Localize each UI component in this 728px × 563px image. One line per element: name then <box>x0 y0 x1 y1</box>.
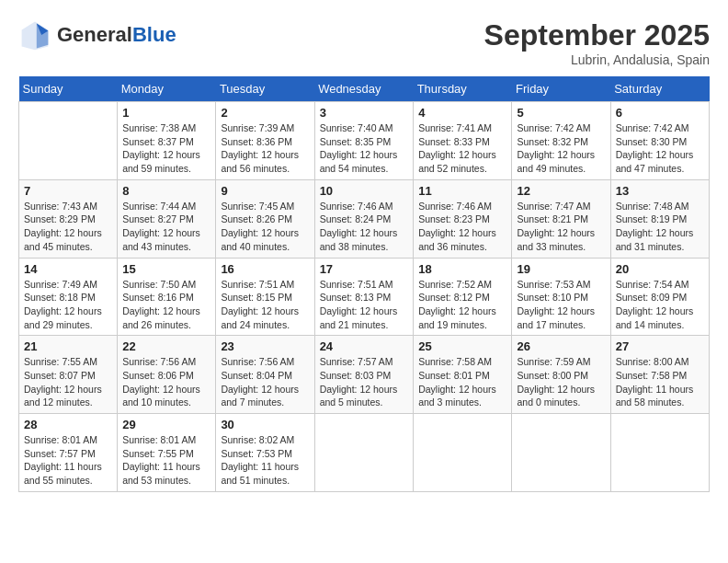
day-info: Sunrise: 7:45 AM Sunset: 8:26 PM Dayligh… <box>221 200 309 254</box>
day-info: Sunrise: 7:49 AM Sunset: 8:18 PM Dayligh… <box>24 278 112 332</box>
day-info: Sunrise: 7:39 AM Sunset: 8:36 PM Dayligh… <box>221 121 309 176</box>
day-info: Sunrise: 7:41 AM Sunset: 8:33 PM Dayligh… <box>418 121 506 176</box>
calendar-cell: 14Sunrise: 7:49 AM Sunset: 8:18 PM Dayli… <box>19 258 118 336</box>
day-header-thursday: Thursday <box>414 76 512 102</box>
calendar-cell: 25Sunrise: 7:58 AM Sunset: 8:01 PM Dayli… <box>414 336 512 414</box>
calendar-cell: 6Sunrise: 7:42 AM Sunset: 8:30 PM Daylig… <box>610 102 709 180</box>
day-header-wednesday: Wednesday <box>314 76 414 102</box>
calendar-header-row: SundayMondayTuesdayWednesdayThursdayFrid… <box>19 76 710 102</box>
day-info: Sunrise: 7:42 AM Sunset: 8:32 PM Dayligh… <box>517 121 605 176</box>
day-number: 20 <box>616 262 704 276</box>
calendar-week-row: 7Sunrise: 7:43 AM Sunset: 8:29 PM Daylig… <box>19 179 710 258</box>
day-number: 28 <box>24 418 112 431</box>
day-number: 9 <box>221 184 309 198</box>
day-number: 2 <box>221 106 309 120</box>
day-info: Sunrise: 8:02 AM Sunset: 7:53 PM Dayligh… <box>221 433 309 488</box>
calendar-cell: 2Sunrise: 7:39 AM Sunset: 8:36 PM Daylig… <box>216 102 314 180</box>
day-header-tuesday: Tuesday <box>216 76 314 102</box>
day-info: Sunrise: 7:56 AM Sunset: 8:04 PM Dayligh… <box>221 355 309 409</box>
calendar-cell: 29Sunrise: 8:01 AM Sunset: 7:55 PM Dayli… <box>118 414 216 492</box>
day-info: Sunrise: 7:44 AM Sunset: 8:27 PM Dayligh… <box>122 200 210 254</box>
day-number: 25 <box>418 339 506 353</box>
day-info: Sunrise: 7:54 AM Sunset: 8:09 PM Dayligh… <box>616 278 704 332</box>
calendar-cell: 21Sunrise: 7:55 AM Sunset: 8:07 PM Dayli… <box>19 336 118 414</box>
day-info: Sunrise: 7:59 AM Sunset: 8:00 PM Dayligh… <box>517 355 605 409</box>
month-year: September 2025 <box>484 18 710 52</box>
day-info: Sunrise: 7:58 AM Sunset: 8:01 PM Dayligh… <box>418 355 506 409</box>
calendar-cell: 19Sunrise: 7:53 AM Sunset: 8:10 PM Dayli… <box>512 258 610 336</box>
day-number: 7 <box>24 184 112 198</box>
day-number: 26 <box>517 339 605 353</box>
day-info: Sunrise: 8:01 AM Sunset: 7:57 PM Dayligh… <box>24 433 112 488</box>
day-info: Sunrise: 7:46 AM Sunset: 8:23 PM Dayligh… <box>418 200 506 254</box>
day-number: 4 <box>418 106 506 120</box>
calendar-cell: 13Sunrise: 7:48 AM Sunset: 8:19 PM Dayli… <box>610 179 709 258</box>
day-info: Sunrise: 7:52 AM Sunset: 8:12 PM Dayligh… <box>418 278 506 332</box>
calendar-cell <box>19 102 118 180</box>
calendar-cell: 23Sunrise: 7:56 AM Sunset: 8:04 PM Dayli… <box>216 336 314 414</box>
day-info: Sunrise: 7:50 AM Sunset: 8:16 PM Dayligh… <box>122 278 210 332</box>
logo-icon <box>18 18 51 52</box>
calendar-cell: 3Sunrise: 7:40 AM Sunset: 8:35 PM Daylig… <box>314 102 414 180</box>
calendar-cell: 17Sunrise: 7:51 AM Sunset: 8:13 PM Dayli… <box>314 258 414 336</box>
day-info: Sunrise: 7:51 AM Sunset: 8:13 PM Dayligh… <box>320 278 409 332</box>
day-number: 21 <box>24 339 112 353</box>
day-number: 29 <box>122 418 210 431</box>
day-info: Sunrise: 7:43 AM Sunset: 8:29 PM Dayligh… <box>24 200 112 254</box>
day-info: Sunrise: 7:48 AM Sunset: 8:19 PM Dayligh… <box>616 200 704 254</box>
day-number: 13 <box>616 184 704 198</box>
calendar-cell: 9Sunrise: 7:45 AM Sunset: 8:26 PM Daylig… <box>216 179 314 258</box>
day-number: 14 <box>24 262 112 276</box>
calendar-cell: 15Sunrise: 7:50 AM Sunset: 8:16 PM Dayli… <box>118 258 216 336</box>
day-number: 27 <box>616 339 704 353</box>
calendar-cell <box>314 414 414 492</box>
calendar-week-row: 21Sunrise: 7:55 AM Sunset: 8:07 PM Dayli… <box>19 336 710 414</box>
logo: GeneralBlue <box>18 18 176 52</box>
day-info: Sunrise: 7:46 AM Sunset: 8:24 PM Dayligh… <box>320 200 409 254</box>
day-info: Sunrise: 7:57 AM Sunset: 8:03 PM Dayligh… <box>320 355 409 409</box>
day-number: 19 <box>517 262 605 276</box>
calendar-cell: 30Sunrise: 8:02 AM Sunset: 7:53 PM Dayli… <box>216 414 314 492</box>
day-info: Sunrise: 7:51 AM Sunset: 8:15 PM Dayligh… <box>221 278 309 332</box>
calendar-cell: 20Sunrise: 7:54 AM Sunset: 8:09 PM Dayli… <box>610 258 709 336</box>
page-header: GeneralBlue September 2025 Lubrin, Andal… <box>18 18 710 67</box>
day-number: 3 <box>320 106 409 120</box>
day-info: Sunrise: 7:38 AM Sunset: 8:37 PM Dayligh… <box>122 121 210 176</box>
calendar-body: 1Sunrise: 7:38 AM Sunset: 8:37 PM Daylig… <box>19 102 710 492</box>
day-header-sunday: Sunday <box>19 76 118 102</box>
day-number: 18 <box>418 262 506 276</box>
day-number: 24 <box>320 339 409 353</box>
calendar-cell: 11Sunrise: 7:46 AM Sunset: 8:23 PM Dayli… <box>414 179 512 258</box>
calendar-cell: 16Sunrise: 7:51 AM Sunset: 8:15 PM Dayli… <box>216 258 314 336</box>
day-number: 6 <box>616 106 704 120</box>
calendar-cell: 10Sunrise: 7:46 AM Sunset: 8:24 PM Dayli… <box>314 179 414 258</box>
calendar-week-row: 1Sunrise: 7:38 AM Sunset: 8:37 PM Daylig… <box>19 102 710 180</box>
day-info: Sunrise: 7:42 AM Sunset: 8:30 PM Dayligh… <box>616 121 704 176</box>
day-info: Sunrise: 7:53 AM Sunset: 8:10 PM Dayligh… <box>517 278 605 332</box>
day-info: Sunrise: 7:56 AM Sunset: 8:06 PM Dayligh… <box>122 355 210 409</box>
day-number: 23 <box>221 339 309 353</box>
location: Lubrin, Andalusia, Spain <box>484 52 710 67</box>
day-info: Sunrise: 8:00 AM Sunset: 7:58 PM Dayligh… <box>616 355 704 409</box>
calendar-cell: 24Sunrise: 7:57 AM Sunset: 8:03 PM Dayli… <box>314 336 414 414</box>
calendar-cell: 8Sunrise: 7:44 AM Sunset: 8:27 PM Daylig… <box>118 179 216 258</box>
calendar-week-row: 14Sunrise: 7:49 AM Sunset: 8:18 PM Dayli… <box>19 258 710 336</box>
calendar-cell: 28Sunrise: 8:01 AM Sunset: 7:57 PM Dayli… <box>19 414 118 492</box>
calendar-cell: 12Sunrise: 7:47 AM Sunset: 8:21 PM Dayli… <box>512 179 610 258</box>
calendar-cell <box>414 414 512 492</box>
day-number: 11 <box>418 184 506 198</box>
day-header-friday: Friday <box>512 76 610 102</box>
logo-text: GeneralBlue <box>57 24 176 46</box>
day-number: 10 <box>320 184 409 198</box>
calendar-cell: 18Sunrise: 7:52 AM Sunset: 8:12 PM Dayli… <box>414 258 512 336</box>
calendar-cell: 1Sunrise: 7:38 AM Sunset: 8:37 PM Daylig… <box>118 102 216 180</box>
day-number: 5 <box>517 106 605 120</box>
calendar-cell: 27Sunrise: 8:00 AM Sunset: 7:58 PM Dayli… <box>610 336 709 414</box>
calendar-week-row: 28Sunrise: 8:01 AM Sunset: 7:57 PM Dayli… <box>19 414 710 492</box>
title-block: September 2025 Lubrin, Andalusia, Spain <box>484 18 710 67</box>
calendar-cell: 22Sunrise: 7:56 AM Sunset: 8:06 PM Dayli… <box>118 336 216 414</box>
day-info: Sunrise: 7:55 AM Sunset: 8:07 PM Dayligh… <box>24 355 112 409</box>
calendar-cell: 26Sunrise: 7:59 AM Sunset: 8:00 PM Dayli… <box>512 336 610 414</box>
day-number: 8 <box>122 184 210 198</box>
day-info: Sunrise: 7:40 AM Sunset: 8:35 PM Dayligh… <box>320 121 409 176</box>
